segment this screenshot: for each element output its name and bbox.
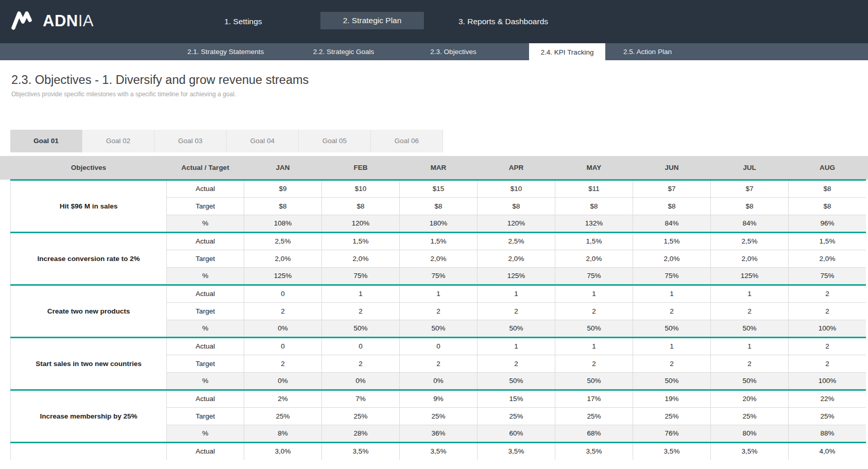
cell-target-jul[interactable]: 2 [711, 355, 789, 372]
objective-name-cell[interactable]: Hit $96 M in sales [11, 180, 167, 232]
cell-actual-feb[interactable]: 7% [322, 390, 400, 407]
objective-name-cell[interactable]: Start sales in two new countries [11, 337, 167, 390]
cell-target-may[interactable]: 2 [555, 355, 633, 372]
cell-actual-mar[interactable]: 0 [400, 337, 478, 355]
cell-actual-mar[interactable]: $15 [400, 180, 478, 197]
cell-target-jul[interactable]: 2 [711, 302, 789, 320]
objective-name-cell[interactable] [11, 442, 167, 460]
cell-actual-mar[interactable]: 3,5% [400, 442, 478, 460]
cell--jun[interactable]: 84% [633, 215, 711, 232]
cell-target-mar[interactable]: 2,0% [400, 250, 478, 267]
cell-actual-jan[interactable]: 2,5% [244, 232, 322, 250]
cell-target-mar[interactable]: 2 [400, 302, 478, 320]
cell-target-may[interactable]: $8 [555, 197, 633, 215]
cell-actual-mar[interactable]: 1,5% [400, 232, 478, 250]
goal-tab-2[interactable]: Goal 02 [82, 130, 155, 152]
subtab-strategic-goals[interactable]: 2.2. Strategic Goals [313, 43, 375, 60]
cell--feb[interactable]: 120% [322, 215, 400, 232]
cell-actual-jun[interactable]: 19% [633, 390, 711, 407]
cell-target-jun[interactable]: 25% [633, 407, 711, 425]
cell--mar[interactable]: 36% [400, 425, 478, 442]
cell-target-aug[interactable]: 25% [789, 407, 866, 425]
cell-actual-aug[interactable]: 2 [789, 337, 866, 355]
cell-target-jan[interactable]: 2,0% [244, 250, 322, 267]
cell-target-jun[interactable]: $8 [633, 197, 711, 215]
cell-target-apr[interactable]: 2 [478, 302, 555, 320]
cell-target-jul[interactable]: 25% [711, 407, 789, 425]
cell-target-jan[interactable]: 25% [244, 407, 322, 425]
cell--apr[interactable]: 50% [478, 372, 555, 390]
cell-target-feb[interactable]: 2,0% [322, 250, 400, 267]
cell-actual-mar[interactable]: 1 [400, 285, 478, 302]
cell-target-aug[interactable]: 2,0% [789, 250, 866, 267]
cell--aug[interactable]: 75% [789, 267, 866, 285]
cell-actual-aug[interactable]: 22% [789, 390, 866, 407]
cell-target-apr[interactable]: 2 [478, 355, 555, 372]
cell--feb[interactable]: 28% [322, 425, 400, 442]
cell-target-jul[interactable]: 2,0% [711, 250, 789, 267]
cell--feb[interactable]: 75% [322, 267, 400, 285]
cell-target-jan[interactable]: $8 [244, 197, 322, 215]
cell--aug[interactable]: 100% [789, 320, 866, 337]
cell-target-feb[interactable]: 2 [322, 355, 400, 372]
cell-actual-jul[interactable]: 20% [711, 390, 789, 407]
cell--jun[interactable]: 75% [633, 267, 711, 285]
goal-tab-5[interactable]: Goal 05 [299, 130, 371, 152]
cell--jan[interactable]: 0% [244, 372, 322, 390]
cell-actual-jan[interactable]: $9 [244, 180, 322, 197]
goal-tab-4[interactable]: Goal 04 [227, 130, 299, 152]
cell-target-mar[interactable]: 25% [400, 407, 478, 425]
cell-actual-may[interactable]: 3,5% [555, 442, 633, 460]
cell-actual-feb[interactable]: 3,5% [322, 442, 400, 460]
cell--mar[interactable]: 180% [400, 215, 478, 232]
objective-name-cell[interactable]: Increase conversion rate to 2% [11, 232, 167, 285]
cell--jul[interactable]: 50% [711, 320, 789, 337]
cell--apr[interactable]: 50% [478, 320, 555, 337]
goal-tab-6[interactable]: Goal 06 [371, 130, 443, 152]
cell-actual-aug[interactable]: 4,0% [789, 442, 866, 460]
cell-target-jun[interactable]: 2 [633, 302, 711, 320]
cell-target-may[interactable]: 2,0% [555, 250, 633, 267]
cell-actual-apr[interactable]: 3,5% [478, 442, 555, 460]
cell-actual-jun[interactable]: 3,5% [633, 442, 711, 460]
cell-actual-may[interactable]: 1,5% [555, 232, 633, 250]
subtab-strategy-statements[interactable]: 2.1. Strategy Statements [188, 43, 264, 60]
cell--mar[interactable]: 50% [400, 320, 478, 337]
cell-actual-jun[interactable]: $7 [633, 180, 711, 197]
cell-actual-jun[interactable]: 1,5% [633, 232, 711, 250]
goal-tab-1[interactable]: Goal 01 [10, 130, 82, 152]
cell--jun[interactable]: 76% [633, 425, 711, 442]
cell-actual-jun[interactable]: 1 [633, 337, 711, 355]
cell-target-feb[interactable]: $8 [322, 197, 400, 215]
cell-actual-jul[interactable]: 2,5% [711, 232, 789, 250]
cell-actual-feb[interactable]: 0 [322, 337, 400, 355]
subtab-action-plan[interactable]: 2.5. Action Plan [623, 43, 672, 60]
objective-name-cell[interactable]: Create two new products [11, 285, 167, 337]
cell-actual-jul[interactable]: $7 [711, 180, 789, 197]
brand-logo[interactable]: ADNIA [11, 11, 94, 30]
cell-actual-apr[interactable]: $10 [478, 180, 555, 197]
cell-target-jul[interactable]: $8 [711, 197, 789, 215]
cell-actual-jan[interactable]: 2% [244, 390, 322, 407]
objective-name-cell[interactable]: Increase membership by 25% [11, 390, 167, 442]
cell-target-jan[interactable]: 2 [244, 355, 322, 372]
cell-actual-jun[interactable]: 1 [633, 285, 711, 302]
cell-actual-feb[interactable]: 1 [322, 285, 400, 302]
cell-actual-jul[interactable]: 3,5% [711, 442, 789, 460]
cell-target-jun[interactable]: 2,0% [633, 250, 711, 267]
cell-actual-apr[interactable]: 1 [478, 285, 555, 302]
cell-target-mar[interactable]: $8 [400, 197, 478, 215]
cell-actual-may[interactable]: 17% [555, 390, 633, 407]
cell-target-apr[interactable]: $8 [478, 197, 555, 215]
cell--may[interactable]: 132% [555, 215, 633, 232]
cell-actual-may[interactable]: 1 [555, 285, 633, 302]
cell-target-mar[interactable]: 2 [400, 355, 478, 372]
cell--aug[interactable]: 96% [789, 215, 866, 232]
cell--jan[interactable]: 0% [244, 320, 322, 337]
cell--jul[interactable]: 84% [711, 215, 789, 232]
cell--apr[interactable]: 60% [478, 425, 555, 442]
cell--aug[interactable]: 100% [789, 372, 866, 390]
cell--jul[interactable]: 80% [711, 425, 789, 442]
cell-target-may[interactable]: 25% [555, 407, 633, 425]
cell-target-jan[interactable]: 2 [244, 302, 322, 320]
